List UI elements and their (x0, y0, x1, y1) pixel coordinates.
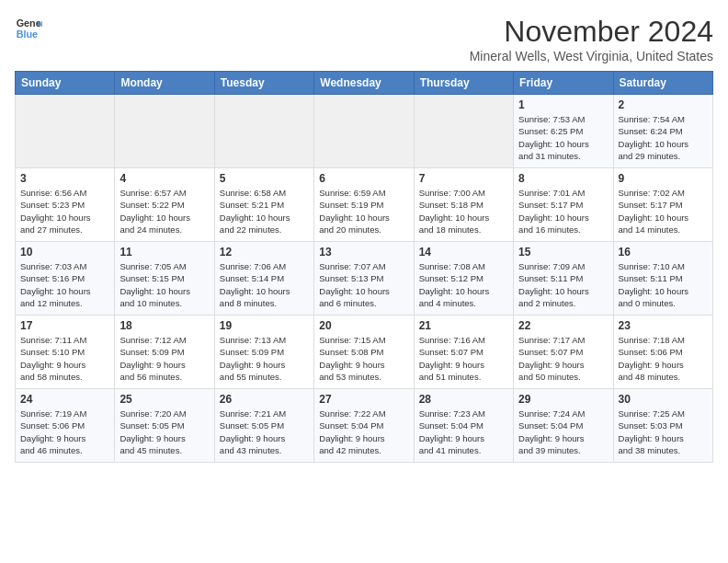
day-info: Sunrise: 7:17 AM Sunset: 5:07 PM Dayligh… (518, 335, 585, 382)
day-number: 14 (419, 246, 508, 259)
day-info: Sunrise: 7:15 AM Sunset: 5:08 PM Dayligh… (319, 335, 385, 382)
weekday-header-cell: Tuesday (214, 72, 313, 95)
day-info: Sunrise: 7:07 AM Sunset: 5:13 PM Dayligh… (319, 261, 390, 308)
day-info: Sunrise: 7:09 AM Sunset: 5:11 PM Dayligh… (518, 261, 589, 308)
day-info: Sunrise: 7:12 AM Sunset: 5:09 PM Dayligh… (119, 335, 186, 382)
day-info: Sunrise: 7:25 AM Sunset: 5:03 PM Dayligh… (619, 408, 685, 455)
calendar-day-cell (16, 95, 115, 168)
day-number: 29 (518, 393, 608, 406)
calendar-day-cell: 19Sunrise: 7:13 AM Sunset: 5:09 PM Dayli… (214, 316, 313, 389)
day-number: 1 (518, 98, 608, 111)
day-info: Sunrise: 7:02 AM Sunset: 5:17 PM Dayligh… (619, 188, 689, 235)
calendar-day-cell: 26Sunrise: 7:21 AM Sunset: 5:05 PM Dayli… (214, 389, 313, 463)
weekday-header-cell: Monday (115, 72, 214, 95)
day-number: 23 (619, 319, 708, 332)
day-info: Sunrise: 7:06 AM Sunset: 5:14 PM Dayligh… (220, 261, 290, 308)
calendar-day-cell (214, 95, 313, 168)
location: Mineral Wells, West Virginia, United Sta… (470, 49, 713, 63)
day-number: 10 (20, 246, 109, 259)
day-number: 22 (518, 319, 608, 332)
day-number: 16 (619, 246, 708, 259)
calendar-day-cell: 7Sunrise: 7:00 AM Sunset: 5:18 PM Daylig… (414, 168, 513, 242)
day-number: 24 (20, 393, 109, 406)
calendar-day-cell: 8Sunrise: 7:01 AM Sunset: 5:17 PM Daylig… (514, 168, 613, 242)
calendar-week-row: 24Sunrise: 7:19 AM Sunset: 5:06 PM Dayli… (16, 389, 713, 463)
calendar-day-cell: 21Sunrise: 7:16 AM Sunset: 5:07 PM Dayli… (414, 316, 513, 389)
calendar-day-cell: 4Sunrise: 6:57 AM Sunset: 5:22 PM Daylig… (115, 168, 214, 242)
day-info: Sunrise: 7:16 AM Sunset: 5:07 PM Dayligh… (419, 335, 485, 382)
day-info: Sunrise: 7:10 AM Sunset: 5:11 PM Dayligh… (619, 261, 689, 308)
calendar-day-cell: 22Sunrise: 7:17 AM Sunset: 5:07 PM Dayli… (514, 316, 613, 389)
day-info: Sunrise: 7:24 AM Sunset: 5:04 PM Dayligh… (518, 408, 585, 455)
calendar-day-cell: 6Sunrise: 6:59 AM Sunset: 5:19 PM Daylig… (314, 168, 414, 242)
calendar-day-cell: 23Sunrise: 7:18 AM Sunset: 5:06 PM Dayli… (613, 316, 712, 389)
day-number: 28 (419, 393, 508, 406)
calendar-day-cell: 27Sunrise: 7:22 AM Sunset: 5:04 PM Dayli… (314, 389, 414, 463)
calendar-week-row: 3Sunrise: 6:56 AM Sunset: 5:23 PM Daylig… (16, 168, 713, 242)
page-header: General Blue November 2024 Mineral Wells… (15, 15, 713, 63)
day-info: Sunrise: 7:54 AM Sunset: 6:24 PM Dayligh… (619, 114, 689, 161)
calendar-day-cell: 2Sunrise: 7:54 AM Sunset: 6:24 PM Daylig… (613, 95, 712, 168)
day-number: 18 (119, 319, 209, 332)
calendar-day-cell: 18Sunrise: 7:12 AM Sunset: 5:09 PM Dayli… (115, 316, 214, 389)
calendar-day-cell: 9Sunrise: 7:02 AM Sunset: 5:17 PM Daylig… (613, 168, 712, 242)
day-number: 17 (20, 319, 109, 332)
day-number: 4 (119, 172, 209, 185)
day-number: 9 (619, 172, 708, 185)
day-number: 26 (220, 393, 309, 406)
day-info: Sunrise: 7:19 AM Sunset: 5:06 PM Dayligh… (20, 408, 86, 455)
day-info: Sunrise: 7:01 AM Sunset: 5:17 PM Dayligh… (518, 188, 589, 235)
calendar-day-cell: 15Sunrise: 7:09 AM Sunset: 5:11 PM Dayli… (514, 242, 613, 316)
calendar-day-cell: 5Sunrise: 6:58 AM Sunset: 5:21 PM Daylig… (214, 168, 313, 242)
day-info: Sunrise: 7:20 AM Sunset: 5:05 PM Dayligh… (119, 408, 186, 455)
day-number: 3 (20, 172, 109, 185)
day-info: Sunrise: 6:57 AM Sunset: 5:22 PM Dayligh… (119, 188, 190, 235)
day-number: 13 (319, 246, 408, 259)
day-number: 25 (119, 393, 209, 406)
day-number: 12 (220, 246, 309, 259)
day-info: Sunrise: 7:22 AM Sunset: 5:04 PM Dayligh… (319, 408, 385, 455)
weekday-header-row: SundayMondayTuesdayWednesdayThursdayFrid… (16, 72, 713, 95)
day-info: Sunrise: 6:58 AM Sunset: 5:21 PM Dayligh… (220, 188, 290, 235)
calendar-day-cell: 28Sunrise: 7:23 AM Sunset: 5:04 PM Dayli… (414, 389, 513, 463)
calendar-day-cell: 11Sunrise: 7:05 AM Sunset: 5:15 PM Dayli… (115, 242, 214, 316)
calendar-day-cell: 17Sunrise: 7:11 AM Sunset: 5:10 PM Dayli… (16, 316, 115, 389)
calendar-day-cell (314, 95, 414, 168)
day-info: Sunrise: 7:18 AM Sunset: 5:06 PM Dayligh… (619, 335, 685, 382)
calendar-day-cell: 13Sunrise: 7:07 AM Sunset: 5:13 PM Dayli… (314, 242, 414, 316)
day-number: 30 (619, 393, 708, 406)
day-info: Sunrise: 7:08 AM Sunset: 5:12 PM Dayligh… (419, 261, 490, 308)
day-number: 6 (319, 172, 408, 185)
weekday-header-cell: Thursday (414, 72, 513, 95)
calendar-day-cell: 3Sunrise: 6:56 AM Sunset: 5:23 PM Daylig… (16, 168, 115, 242)
calendar-day-cell: 24Sunrise: 7:19 AM Sunset: 5:06 PM Dayli… (16, 389, 115, 463)
day-number: 5 (220, 172, 309, 185)
logo: General Blue (15, 15, 42, 42)
calendar-day-cell: 14Sunrise: 7:08 AM Sunset: 5:12 PM Dayli… (414, 242, 513, 316)
calendar-day-cell: 1Sunrise: 7:53 AM Sunset: 6:25 PM Daylig… (514, 95, 613, 168)
calendar-week-row: 17Sunrise: 7:11 AM Sunset: 5:10 PM Dayli… (16, 316, 713, 389)
weekday-header-cell: Sunday (16, 72, 115, 95)
logo-icon: General Blue (15, 15, 42, 42)
day-info: Sunrise: 7:11 AM Sunset: 5:10 PM Dayligh… (20, 335, 86, 382)
calendar-day-cell: 25Sunrise: 7:20 AM Sunset: 5:05 PM Dayli… (115, 389, 214, 463)
day-number: 27 (319, 393, 408, 406)
calendar-day-cell: 10Sunrise: 7:03 AM Sunset: 5:16 PM Dayli… (16, 242, 115, 316)
calendar-day-cell (115, 95, 214, 168)
day-number: 11 (119, 246, 209, 259)
day-info: Sunrise: 7:05 AM Sunset: 5:15 PM Dayligh… (119, 261, 190, 308)
weekday-header-cell: Wednesday (314, 72, 414, 95)
day-number: 15 (518, 246, 608, 259)
day-info: Sunrise: 7:03 AM Sunset: 5:16 PM Dayligh… (20, 261, 91, 308)
weekday-header-cell: Saturday (613, 72, 712, 95)
day-info: Sunrise: 7:53 AM Sunset: 6:25 PM Dayligh… (518, 114, 589, 161)
day-number: 21 (419, 319, 508, 332)
day-number: 20 (319, 319, 408, 332)
day-number: 8 (518, 172, 608, 185)
day-info: Sunrise: 7:21 AM Sunset: 5:05 PM Dayligh… (220, 408, 286, 455)
calendar-day-cell (414, 95, 513, 168)
calendar-body: 1Sunrise: 7:53 AM Sunset: 6:25 PM Daylig… (16, 95, 713, 463)
calendar-table: SundayMondayTuesdayWednesdayThursdayFrid… (15, 71, 713, 463)
calendar-week-row: 10Sunrise: 7:03 AM Sunset: 5:16 PM Dayli… (16, 242, 713, 316)
month-title: November 2024 (470, 15, 713, 49)
